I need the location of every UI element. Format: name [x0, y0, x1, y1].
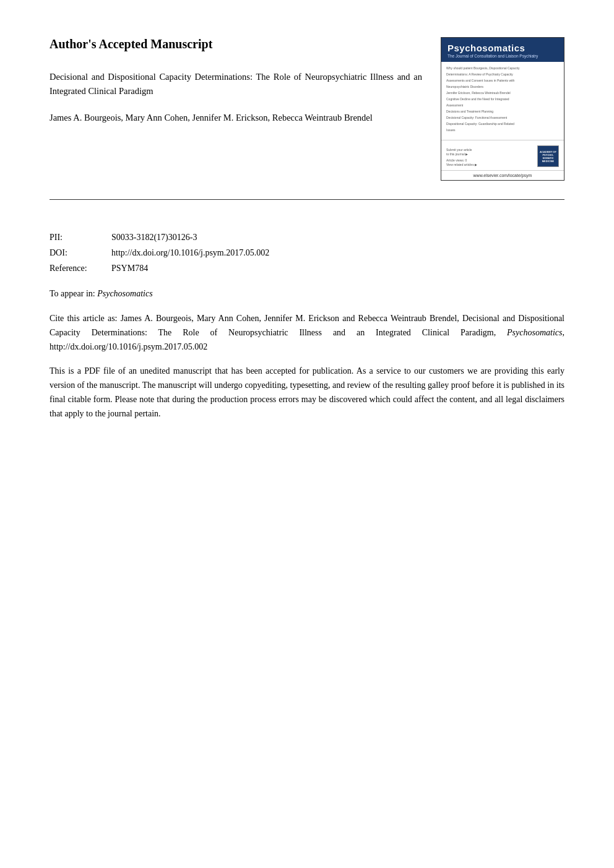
- metadata-section: PII: S0033-3182(17)30126-3 DOI: http://d…: [50, 231, 564, 275]
- pii-row: PII: S0033-3182(17)30126-3: [50, 231, 564, 244]
- journal-subtitle: The Journal of Consultation and Liaison …: [448, 54, 558, 59]
- journal-logo: ACADEMY OF PSYCHO- SOMATIC MEDICINE: [537, 145, 559, 167]
- pii-value: S0033-3182(17)30126-3: [111, 231, 564, 244]
- to-appear: To appear in: Psychosomatics: [50, 287, 564, 301]
- header-section: Author's Accepted Manuscript Decisional …: [50, 37, 564, 181]
- article-title: Decisional and Dispositional Capacity De…: [50, 70, 422, 98]
- page: Author's Accepted Manuscript Decisional …: [0, 0, 614, 868]
- journal-name: Psychosomatics: [448, 43, 558, 53]
- journal-footer-left: Submit your article to this journal ▶ Ar…: [446, 148, 477, 167]
- authors: James A. Bourgeois, Mary Ann Cohen, Jenn…: [50, 111, 422, 125]
- journal-url: www.elsevier.com/locate/psym: [441, 170, 564, 180]
- manuscript-heading: Author's Accepted Manuscript: [50, 37, 422, 51]
- header-left: Author's Accepted Manuscript Decisional …: [50, 37, 441, 126]
- doi-label: DOI:: [50, 246, 111, 259]
- doi-row: DOI: http://dx.doi.org/10.1016/j.psym.20…: [50, 246, 564, 259]
- reference-label: Reference:: [50, 262, 111, 275]
- pii-label: PII:: [50, 231, 111, 244]
- journal-footer: Submit your article to this journal ▶ Ar…: [441, 140, 564, 170]
- doi-value: http://dx.doi.org/10.1016/j.psym.2017.05…: [111, 246, 564, 259]
- reference-value: PSYM784: [111, 262, 564, 275]
- disclaimer-section: This is a PDF file of an unedited manusc…: [50, 364, 564, 421]
- divider: [50, 199, 564, 200]
- reference-row: Reference: PSYM784: [50, 262, 564, 275]
- journal-body: Why should patient Bourgeois, Dispositio…: [441, 62, 564, 137]
- cite-section: Cite this article as: James A. Bourgeois…: [50, 311, 564, 354]
- journal-header: Psychosomatics The Journal of Consultati…: [441, 38, 564, 62]
- journal-box: Psychosomatics The Journal of Consultati…: [441, 37, 564, 181]
